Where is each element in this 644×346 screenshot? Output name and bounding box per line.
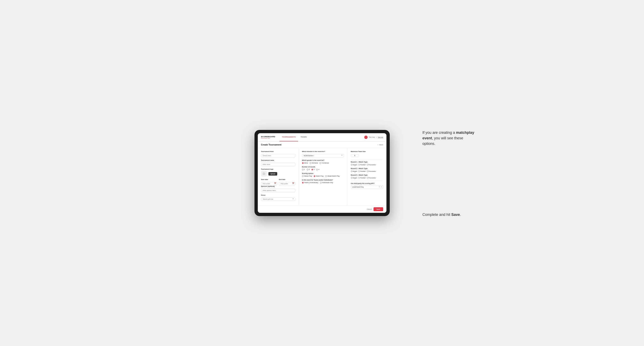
- tournament-logo-group: Tournament logo Upload: [261, 168, 295, 176]
- api-clear-button[interactable]: ✕: [379, 186, 380, 188]
- end-date-label: End date: [279, 179, 295, 180]
- round3-match-group: Round 3 - Match Type Singles Fourball: [351, 174, 383, 179]
- round1-match-row: Singles Fourball Foursomes: [351, 164, 383, 166]
- venue-select-wrapper: [261, 197, 295, 201]
- round2-foursomes[interactable]: Foursomes: [367, 171, 376, 172]
- division-label: Which division is the event for?: [302, 151, 344, 153]
- nav-tab-tournaments[interactable]: TOURNAMENTS: [280, 133, 298, 141]
- sponsor-input[interactable]: [261, 189, 295, 192]
- round3-fourball[interactable]: Fourball: [358, 177, 365, 179]
- tournament-logo-label: Tournament logo: [261, 168, 295, 170]
- round3-label: Round 3 - Match Type: [351, 174, 383, 176]
- end-date-field: End date 📅: [279, 179, 295, 185]
- round-4[interactable]: 4: [316, 169, 319, 171]
- gender-group: Which gender is the event for? Mens Wome…: [302, 159, 344, 164]
- round2-match-row: Singles Fourball Foursomes: [351, 171, 383, 172]
- max-team-input[interactable]: [351, 154, 359, 157]
- nav-tab-teams[interactable]: TEAMS: [298, 133, 310, 141]
- start-date-wrap: 📅: [261, 181, 278, 185]
- tournament-host-input[interactable]: [261, 154, 295, 157]
- venue-input[interactable]: [261, 197, 295, 201]
- teams-and-individuals[interactable]: Teams (+Individuals): [302, 182, 318, 183]
- tournament-host-group: Tournament Host: [261, 151, 295, 157]
- start-date-label: Start date: [261, 179, 278, 180]
- user-avatar: T: [364, 136, 368, 139]
- gender-label: Which gender is the event for?: [302, 159, 344, 161]
- nav-right: T Test User | Sign out: [364, 136, 383, 139]
- signout-link[interactable]: Sign out: [378, 137, 383, 138]
- logo-text: SCOREBOARD: [261, 136, 276, 138]
- tournament-name-group: Tournament name: [261, 159, 295, 166]
- teams-label: Is this event for Teams and/or Individua…: [302, 179, 344, 181]
- round-1[interactable]: 1: [302, 169, 305, 171]
- tournament-name-label: Tournament name: [261, 159, 295, 161]
- annotations: If you are creating a matchplay event, y…: [422, 130, 476, 217]
- division-group: Which division is the event for? NCAA Di…: [302, 151, 344, 157]
- end-date-wrap: 📅: [279, 181, 295, 185]
- round3-foursomes[interactable]: Foursomes: [367, 177, 376, 179]
- sponsor-label: Sponsor (optional): [261, 185, 295, 187]
- back-button[interactable]: ← Back: [377, 144, 383, 146]
- annotation-bottom: Complete and hit Save.: [422, 212, 476, 217]
- scoring-label: Scoring system: [302, 173, 344, 174]
- tablet-screen: SCOREBOARD Powered by clippt TOURNAMENTS…: [258, 133, 386, 213]
- teams-radio-group: Teams (+Individuals) Individuals Only: [302, 182, 344, 183]
- form-body: Tournament Host Tournament name Tourname…: [258, 148, 386, 205]
- gender-combined[interactable]: Combined: [320, 162, 329, 164]
- scoring-stroke[interactable]: Stroke Play: [302, 175, 312, 177]
- form-left: Tournament Host Tournament name Tourname…: [258, 148, 299, 205]
- gender-womens[interactable]: Womens: [310, 162, 318, 164]
- round2-singles[interactable]: Singles: [351, 171, 357, 172]
- rounds-label: Number of rounds: [302, 166, 344, 168]
- division-select-wrapper: NCAA Division I: [302, 153, 344, 157]
- gender-mens[interactable]: Mens: [302, 162, 308, 164]
- api-actions: ✕ ▾: [379, 186, 382, 188]
- calendar-icon: 📅: [274, 182, 276, 184]
- round2-label: Round 2 - Match Type: [351, 168, 383, 170]
- round2-fourball[interactable]: Fourball: [358, 171, 365, 172]
- tablet-device: SCOREBOARD Powered by clippt TOURNAMENTS…: [254, 130, 390, 216]
- round3-singles[interactable]: Singles: [351, 177, 357, 179]
- form-right: Maximum Team Size Round 1 - Match Type S…: [348, 148, 386, 205]
- round2-match-group: Round 2 - Match Type Singles Fourball: [351, 168, 383, 172]
- logo-area: SCOREBOARD Powered by clippt: [261, 136, 276, 139]
- annotation-top: If you are creating a matchplay event, y…: [422, 130, 476, 147]
- api-chevron-icon[interactable]: ▾: [381, 186, 382, 188]
- scoring-match[interactable]: Match Play: [314, 175, 324, 177]
- api-select-wrap: Leaderboard King ✕ ▾: [351, 185, 383, 189]
- logo-placeholder-icon: [261, 171, 267, 176]
- tournament-host-label: Tournament Host: [261, 151, 295, 153]
- logo-upload-area: Upload: [261, 171, 295, 176]
- division-select[interactable]: NCAA Division I: [302, 154, 344, 157]
- round1-singles[interactable]: Singles: [351, 164, 357, 166]
- round1-foursomes[interactable]: Foursomes: [367, 164, 376, 166]
- form-middle: Which division is the event for? NCAA Di…: [299, 148, 348, 205]
- venue-group: Venue: [261, 194, 295, 201]
- teams-group: Is this event for Teams and/or Individua…: [302, 179, 344, 183]
- venue-label: Venue: [261, 194, 295, 196]
- cancel-button[interactable]: Cancel: [367, 207, 372, 211]
- round1-label: Round 1 - Match Type: [351, 161, 383, 163]
- individuals-only[interactable]: Individuals Only: [320, 182, 333, 183]
- round-3[interactable]: 3: [312, 169, 314, 171]
- page-header: Create Tournament ← Back: [258, 141, 386, 148]
- form-footer: Cancel Save: [258, 205, 386, 213]
- rounds-group: Number of rounds 1 2: [302, 166, 344, 171]
- gender-radio-group: Mens Womens Combined: [302, 162, 344, 164]
- tournament-name-input[interactable]: [261, 163, 295, 166]
- api-label: Use third-party live scoring API?: [351, 182, 383, 184]
- nav-tabs: TOURNAMENTS TEAMS: [280, 133, 364, 141]
- round3-match-row: Singles Fourball Foursomes: [351, 177, 383, 179]
- logo-sub: Powered by clippt: [261, 138, 276, 139]
- scoring-medal[interactable]: Medal Match Play: [325, 175, 340, 177]
- upload-button[interactable]: Upload: [268, 172, 278, 175]
- api-selected-value: Leaderboard King: [352, 186, 364, 188]
- user-name: Test User: [369, 137, 375, 138]
- round-2[interactable]: 2: [307, 169, 310, 171]
- save-button[interactable]: Save: [374, 207, 383, 211]
- round1-match-group: Round 1 - Match Type Singles Fourball: [351, 161, 383, 166]
- sponsor-group: Sponsor (optional): [261, 185, 295, 192]
- round1-fourball[interactable]: Fourball: [358, 164, 365, 166]
- scoring-group: Scoring system Stroke Play Match Play: [302, 173, 344, 177]
- rounds-radio-group: 1 2 3 4: [302, 169, 344, 171]
